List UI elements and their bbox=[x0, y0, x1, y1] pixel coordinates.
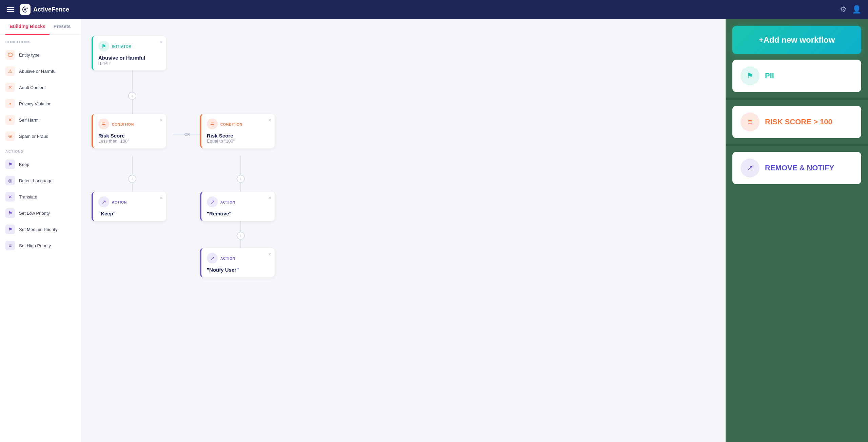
action-left-label: ACTION bbox=[112, 201, 127, 204]
sidebar-item-spam-fraud[interactable]: ⊕ Spam or Fraud bbox=[0, 128, 81, 144]
dark-divider-1 bbox=[726, 98, 868, 100]
risk-text: RISK SCORE > 100 bbox=[765, 118, 832, 126]
condition-left-icon: = bbox=[98, 119, 109, 129]
sidebar-item-privacy-violation[interactable]: ▪ Privacy Violation bbox=[0, 96, 81, 112]
initiator-close[interactable]: × bbox=[160, 39, 163, 45]
action-right1-label: ACTION bbox=[220, 201, 235, 204]
condition-left-close[interactable]: × bbox=[160, 117, 163, 123]
nav-left: ActiveFence bbox=[7, 4, 69, 15]
svg-text:+: + bbox=[239, 233, 242, 238]
condition-left-node: × = CONDITION Risk Score Less then "100" bbox=[92, 114, 166, 148]
canvas-area: + OR + + bbox=[81, 19, 726, 442]
label-detect-language: Detect Language bbox=[19, 178, 53, 183]
sidebar-item-set-medium-priority[interactable]: ⚑ Set Medium Priority bbox=[0, 221, 81, 237]
condition-right-label: CONDITION bbox=[220, 123, 242, 126]
label-translate: Translate bbox=[19, 194, 37, 199]
icon-privacy-violation: ▪ bbox=[5, 99, 15, 108]
action-right2-title: "Notify User" bbox=[207, 267, 269, 273]
conditions-list: Entity type ⚠ Abusive or Harmful ✕ Adult… bbox=[0, 47, 81, 144]
initiator-icon: ⚑ bbox=[98, 41, 109, 51]
icon-abusive-harmful: ⚠ bbox=[5, 66, 15, 76]
icon-translate: ✕ bbox=[5, 192, 15, 202]
sidebar-item-adult-content[interactable]: ✕ Adult Content bbox=[0, 79, 81, 96]
svg-point-2 bbox=[129, 92, 136, 100]
logo-text: ActiveFence bbox=[33, 6, 69, 13]
pii-text: PII bbox=[765, 71, 774, 80]
sidebar-item-keep[interactable]: ⚑ Keep bbox=[0, 156, 81, 172]
action-left-close[interactable]: × bbox=[160, 195, 163, 201]
summary-remove-card: ↗ REMOVE & NOTIFY bbox=[732, 152, 861, 184]
remove-text: REMOVE & NOTIFY bbox=[765, 164, 834, 172]
condition-right-close[interactable]: × bbox=[268, 117, 271, 123]
label-adult-content: Adult Content bbox=[19, 85, 46, 90]
initiator-card: × ⚑ INITIATOR Abusive or Harmful is "PII… bbox=[92, 36, 166, 70]
label-set-low-priority: Set Low Priority bbox=[19, 211, 50, 216]
sidebar-item-abusive-harmful[interactable]: ⚠ Abusive or Harmful bbox=[0, 63, 81, 79]
tab-presets[interactable]: Presets bbox=[50, 19, 75, 35]
initiator-subtitle: is "PII" bbox=[98, 61, 161, 66]
condition-left-card: × = CONDITION Risk Score Less then "100" bbox=[92, 114, 166, 148]
pii-icon: ⚑ bbox=[741, 66, 760, 85]
sidebar-item-translate[interactable]: ✕ Translate bbox=[0, 189, 81, 205]
right-panel: +Add new workflow ⚑ PII ≡ RISK SCORE > 1… bbox=[726, 19, 868, 442]
dark-divider-2 bbox=[726, 144, 868, 146]
logo: ActiveFence bbox=[20, 4, 69, 15]
settings-icon[interactable]: ⚙ bbox=[840, 5, 847, 14]
user-icon[interactable]: 👤 bbox=[852, 5, 861, 14]
label-entity-type: Entity type bbox=[19, 52, 40, 58]
icon-set-low-priority: ⚑ bbox=[5, 208, 15, 218]
sidebar-item-set-low-priority[interactable]: ⚑ Set Low Priority bbox=[0, 205, 81, 221]
icon-set-high-priority: ≡ bbox=[5, 241, 15, 250]
label-self-harm: Self Harm bbox=[19, 118, 39, 123]
hamburger-menu[interactable] bbox=[7, 7, 14, 12]
label-spam-fraud: Spam or Fraud bbox=[19, 134, 48, 139]
icon-adult-content: ✕ bbox=[5, 83, 15, 92]
action-right1-icon: ↗ bbox=[207, 196, 218, 207]
tab-building-blocks[interactable]: Building Blocks bbox=[5, 19, 50, 35]
svg-text:+: + bbox=[131, 176, 134, 182]
svg-text:OR: OR bbox=[184, 132, 190, 136]
svg-text:+: + bbox=[131, 93, 134, 99]
summary-pii-card: ⚑ PII bbox=[732, 60, 861, 92]
initiator-node: × ⚑ INITIATOR Abusive or Harmful is "PII… bbox=[92, 36, 166, 70]
sidebar-item-set-high-priority[interactable]: ≡ Set High Priority bbox=[0, 237, 81, 254]
svg-text:+: + bbox=[239, 176, 242, 182]
icon-entity-type bbox=[5, 50, 15, 60]
logo-icon bbox=[20, 4, 31, 15]
condition-left-subtitle: Less then "100" bbox=[98, 139, 161, 144]
workflow-diagram: + OR + + bbox=[88, 26, 285, 276]
sidebar-item-self-harm[interactable]: ✕ Self Harm bbox=[0, 112, 81, 128]
icon-detect-language: ◎ bbox=[5, 176, 15, 185]
nav-right: ⚙ 👤 bbox=[840, 5, 861, 14]
actions-label: ACTIONS bbox=[0, 144, 81, 156]
action-right1-close[interactable]: × bbox=[268, 195, 271, 201]
svg-point-12 bbox=[237, 175, 244, 183]
condition-right-subtitle: Equal to "100" bbox=[207, 139, 269, 144]
action-right2-node: × ↗ ACTION "Notify User" bbox=[200, 248, 275, 277]
action-right2-card: × ↗ ACTION "Notify User" bbox=[200, 248, 275, 277]
label-privacy-violation: Privacy Violation bbox=[19, 101, 52, 106]
condition-right-icon: = bbox=[207, 119, 218, 129]
action-right1-node: × ↗ ACTION "Remove" bbox=[200, 192, 275, 221]
icon-keep: ⚑ bbox=[5, 160, 15, 169]
main-layout: Building Blocks Presets CONDITIONS Entit… bbox=[0, 19, 868, 442]
actions-list: ⚑ Keep ◎ Detect Language ✕ Translate ⚑ S… bbox=[0, 156, 81, 254]
svg-point-8 bbox=[129, 175, 136, 183]
top-navigation: ActiveFence ⚙ 👤 bbox=[0, 0, 868, 19]
icon-self-harm: ✕ bbox=[5, 115, 15, 125]
initiator-label: INITIATOR bbox=[112, 45, 132, 48]
conditions-label: CONDITIONS bbox=[0, 35, 81, 47]
action-left-title: "Keep" bbox=[98, 211, 161, 216]
action-left-node: × ↗ ACTION "Keep" bbox=[92, 192, 166, 221]
sidebar-tabs: Building Blocks Presets bbox=[0, 19, 81, 35]
add-workflow-button[interactable]: +Add new workflow bbox=[732, 26, 861, 54]
sidebar-item-detect-language[interactable]: ◎ Detect Language bbox=[0, 172, 81, 189]
sidebar: Building Blocks Presets CONDITIONS Entit… bbox=[0, 19, 81, 442]
condition-right-node: × = CONDITION Risk Score Equal to "100" bbox=[200, 114, 275, 148]
icon-spam-fraud: ⊕ bbox=[5, 131, 15, 141]
workflow-canvas: + OR + + bbox=[88, 26, 719, 276]
icon-set-medium-priority: ⚑ bbox=[5, 225, 15, 234]
action-right2-close[interactable]: × bbox=[268, 251, 271, 257]
svg-point-16 bbox=[237, 232, 244, 239]
sidebar-item-entity-type[interactable]: Entity type bbox=[0, 47, 81, 63]
